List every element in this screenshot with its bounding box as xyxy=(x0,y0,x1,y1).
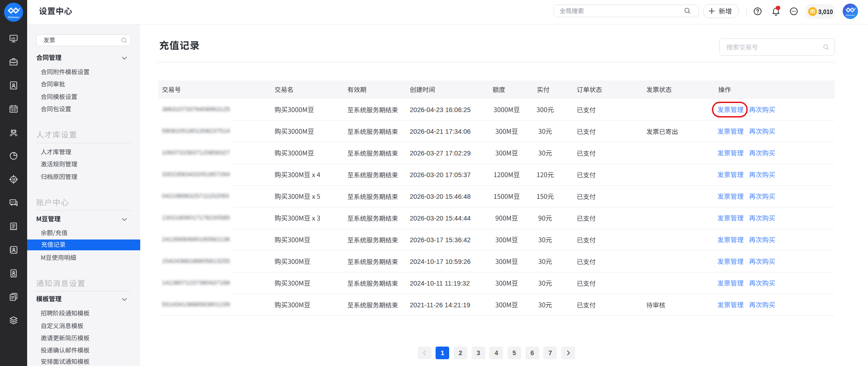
svg-text:MoSeeker: MoSeeker xyxy=(846,14,855,16)
svg-text:MoSeeker: MoSeeker xyxy=(8,16,19,19)
